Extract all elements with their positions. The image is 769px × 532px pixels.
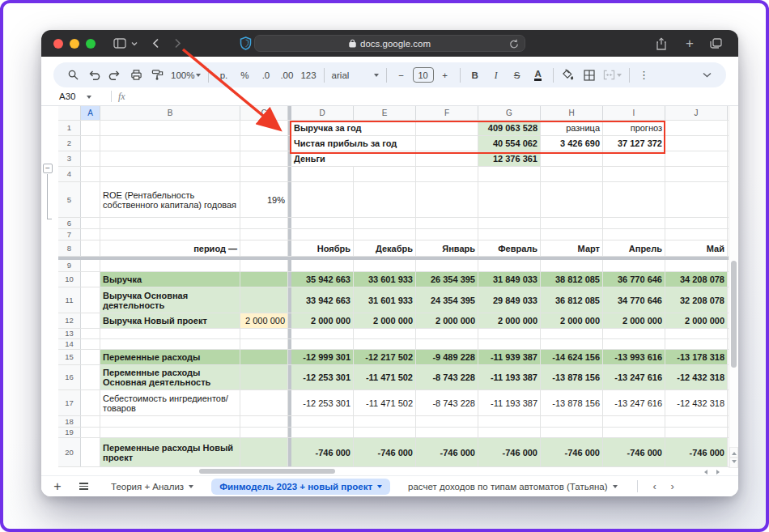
cell-B8[interactable]: период —	[100, 240, 240, 256]
cell-C7[interactable]	[240, 229, 288, 240]
cell-B19[interactable]	[100, 428, 240, 437]
cell-F3[interactable]	[416, 151, 478, 166]
font-select[interactable]: arial	[329, 66, 381, 85]
cell-C16[interactable]	[240, 365, 288, 389]
cell-D16[interactable]: -12 253 301	[291, 365, 354, 389]
cell-A19[interactable]	[81, 428, 100, 437]
cell-D6[interactable]	[291, 218, 354, 228]
cell-J11[interactable]: 32 208 078	[665, 287, 728, 313]
cell-H1[interactable]: разница	[541, 121, 603, 135]
cell-I6[interactable]	[603, 218, 665, 228]
cell-J7[interactable]	[665, 229, 728, 240]
cell-A12[interactable]	[81, 313, 100, 328]
cell-I18[interactable]	[603, 416, 665, 427]
vertical-scrollbar[interactable]	[729, 106, 737, 468]
cell-I19[interactable]	[603, 428, 665, 437]
cell-J17[interactable]: -12 432 318	[665, 390, 728, 415]
cell-A10[interactable]	[81, 272, 100, 287]
cell-E6[interactable]	[354, 218, 416, 228]
cell-A13[interactable]	[81, 329, 100, 338]
undo-button[interactable]	[84, 66, 104, 85]
cell-A11[interactable]	[81, 287, 100, 313]
row-header-10[interactable]: 10	[58, 272, 81, 287]
cell-G20[interactable]: -746 000	[478, 438, 541, 466]
scroll-up-button[interactable]	[729, 447, 738, 458]
cell-H13[interactable]	[541, 329, 603, 338]
cell-D11[interactable]: 33 942 663	[291, 287, 354, 313]
cell-I2[interactable]: 37 127 372	[603, 136, 665, 151]
cell-F7[interactable]	[416, 229, 478, 240]
cell-J5[interactable]	[665, 182, 728, 217]
share-icon[interactable]	[656, 37, 667, 50]
cell-F13[interactable]	[416, 329, 478, 338]
cell-E7[interactable]	[354, 229, 416, 240]
cell-F15[interactable]: -9 489 228	[416, 350, 478, 364]
cell-I8[interactable]: Апрель	[603, 240, 665, 256]
cell-A20[interactable]	[81, 438, 100, 466]
cell-A2[interactable]	[81, 136, 100, 151]
cell-C1[interactable]	[240, 121, 288, 135]
name-box[interactable]: A30	[41, 92, 104, 101]
scroll-down-button[interactable]	[729, 458, 738, 468]
tab-teoria-analiz[interactable]: Теория + Анализ	[103, 479, 202, 495]
row-header-15[interactable]: 15	[58, 350, 81, 364]
cell-G3[interactable]: 12 376 361	[478, 151, 541, 166]
decrease-decimal-button[interactable]: .0	[256, 66, 275, 85]
cell-G4[interactable]	[478, 167, 541, 181]
cell-D1[interactable]: Выручка за год	[291, 121, 354, 135]
tabs-scroll-left-button[interactable]: ‹	[646, 480, 664, 492]
cell-I17[interactable]: -13 247 616	[603, 390, 665, 415]
cell-G2[interactable]: 40 554 062	[478, 136, 541, 151]
cell-B12[interactable]: Выручка Новый проект	[100, 313, 240, 328]
cell-B5[interactable]: ROE (Рентабельность собственного капитал…	[100, 182, 240, 217]
paint-format-button[interactable]	[147, 66, 167, 85]
row-header-19[interactable]: 19	[58, 428, 81, 437]
cell-E12[interactable]: 2 000 000	[354, 313, 416, 328]
cell-A4[interactable]	[81, 167, 100, 181]
cell-D10[interactable]: 35 942 663	[291, 272, 354, 287]
cell-F1[interactable]	[416, 121, 478, 135]
cell-E16[interactable]: -11 471 502	[354, 365, 416, 389]
cell-D17[interactable]: -12 253 301	[291, 390, 354, 415]
cell-D13[interactable]	[291, 329, 354, 338]
zoom-select[interactable]: 100%	[168, 66, 203, 85]
row-header-3[interactable]: 3	[58, 151, 81, 166]
cell-E20[interactable]: -746 000	[354, 438, 416, 466]
cell-J9[interactable]	[665, 260, 728, 271]
vertical-scroll-thumb[interactable]	[731, 261, 737, 368]
strikethrough-button[interactable]: S	[508, 66, 527, 85]
cell-G17[interactable]: -11 193 387	[478, 390, 541, 415]
cell-F2[interactable]	[416, 136, 478, 151]
cell-J8[interactable]: Май	[665, 240, 728, 256]
cell-A14[interactable]	[81, 339, 100, 349]
row-header-2[interactable]: 2	[58, 136, 81, 151]
bold-button[interactable]: B	[465, 66, 485, 85]
redo-button[interactable]	[105, 66, 125, 85]
cell-E15[interactable]: -12 217 502	[354, 350, 416, 364]
tab-raschet-dohodov[interactable]: расчет доходов по типам автоматов (Татья…	[400, 479, 625, 495]
cell-F9[interactable]	[416, 260, 478, 271]
cell-D20[interactable]: -746 000	[291, 438, 354, 466]
cell-D12[interactable]: 2 000 000	[291, 313, 354, 328]
column-header-I[interactable]: I	[603, 106, 665, 120]
cell-E13[interactable]	[354, 329, 416, 338]
cell-C17[interactable]	[240, 390, 288, 415]
all-sheets-button[interactable]	[74, 478, 93, 496]
cell-I9[interactable]	[603, 260, 665, 271]
increase-decimal-button[interactable]: .00	[277, 66, 296, 85]
cell-C18[interactable]	[240, 416, 288, 427]
cell-D19[interactable]	[291, 428, 354, 437]
cell-I20[interactable]: -746 000	[603, 438, 665, 466]
cell-B4[interactable]	[100, 167, 240, 181]
cell-F20[interactable]: -746 000	[416, 438, 478, 466]
cell-A16[interactable]	[81, 365, 100, 389]
cell-J18[interactable]	[665, 416, 728, 427]
cell-F14[interactable]	[416, 339, 478, 349]
cell-G14[interactable]	[478, 339, 541, 349]
cell-H19[interactable]	[541, 428, 603, 437]
cell-G16[interactable]: -11 193 387	[478, 365, 541, 389]
cell-D5[interactable]	[291, 182, 354, 217]
cell-H17[interactable]: -13 878 156	[541, 390, 603, 415]
cell-H5[interactable]	[541, 182, 603, 217]
collapse-group-button[interactable]: −	[43, 164, 53, 173]
